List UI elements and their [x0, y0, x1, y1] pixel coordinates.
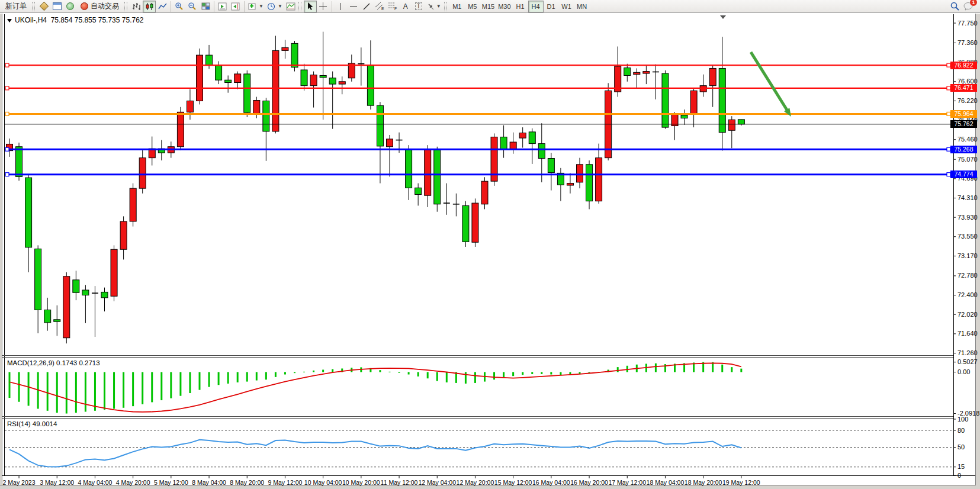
- text-button[interactable]: A: [399, 1, 412, 12]
- timeframe-h1-button[interactable]: H1: [513, 1, 528, 12]
- candle-body: [377, 105, 383, 146]
- zoom-in-icon: [175, 2, 184, 11]
- rsi-scale-label: 50: [957, 443, 965, 451]
- macd-histogram-bar: [227, 372, 229, 384]
- chart-shift-button[interactable]: [229, 1, 242, 12]
- macd-histogram-bar: [47, 372, 49, 411]
- timeframe-d1-button[interactable]: D1: [544, 1, 559, 12]
- timeframe-m5-button[interactable]: M5: [465, 1, 480, 12]
- macd-histogram-bar: [218, 372, 220, 385]
- cursor-button[interactable]: [304, 1, 317, 12]
- candle-body: [16, 147, 23, 177]
- data-window-button[interactable]: [50, 1, 63, 12]
- arrows-icon: [427, 2, 435, 11]
- line-chart-button[interactable]: [156, 1, 169, 12]
- text-icon: A: [403, 2, 408, 11]
- macd-histogram-bar: [655, 363, 657, 372]
- toolbar-grip[interactable]: [444, 2, 447, 11]
- macd-histogram-bar: [522, 372, 523, 375]
- price-badge-75.762: 75.762: [950, 120, 977, 128]
- charts-profile-button[interactable]: [37, 1, 50, 12]
- channel-button[interactable]: E: [373, 1, 386, 12]
- macd-histogram-bar: [493, 372, 495, 380]
- candle-doji: [444, 202, 450, 204]
- line-anchor[interactable]: [5, 63, 9, 67]
- timeframe-m15-button[interactable]: M15: [480, 1, 496, 12]
- new-order-button[interactable]: 新订单: [1, 1, 31, 12]
- line-anchor[interactable]: [5, 173, 9, 176]
- candle-body: [567, 184, 573, 185]
- macd-histogram-bar: [465, 372, 467, 384]
- rsi-scale-label: 100: [957, 416, 968, 423]
- candle-body: [263, 101, 269, 131]
- auto-scroll-button[interactable]: [216, 1, 229, 12]
- window-edge-left: [0, 14, 2, 485]
- price-tick-label: 77.750: [957, 20, 978, 27]
- candle-body: [253, 101, 260, 114]
- toolbar-grip[interactable]: [32, 2, 35, 11]
- candle-body: [406, 149, 412, 188]
- arrows-button[interactable]: ▼: [425, 1, 443, 12]
- macd-histogram-bar: [332, 369, 333, 372]
- timeframe-m1-button[interactable]: M1: [449, 1, 465, 12]
- periods-button[interactable]: ▼: [265, 1, 284, 12]
- crosshair-button[interactable]: [317, 1, 330, 12]
- vertical-line-button[interactable]: [334, 1, 347, 12]
- candle-body: [538, 144, 545, 159]
- candle-body: [310, 75, 317, 86]
- symbol-dropdown-icon[interactable]: [7, 19, 12, 22]
- macd-histogram-bar: [94, 372, 96, 411]
- candle-body: [596, 158, 602, 201]
- macd-histogram-bar: [113, 372, 115, 409]
- trend-arrow-annotation[interactable]: [751, 52, 788, 111]
- chat-button[interactable]: 1: [962, 1, 975, 12]
- candle-body: [519, 133, 526, 139]
- data-window-icon: [53, 2, 62, 10]
- chart-area[interactable]: UKOil-,H4 75.854 75.855 75.735 75.762 MA…: [0, 14, 980, 489]
- line-anchor[interactable]: [5, 112, 9, 115]
- timeframe-h4-button[interactable]: H4: [528, 1, 544, 12]
- chat-notification-badge: 1: [970, 0, 977, 6]
- zoom-out-button[interactable]: [186, 1, 199, 12]
- indicators-button[interactable]: ▼: [246, 1, 265, 12]
- macd-histogram-bar: [541, 372, 542, 374]
- timeframe-mn-button[interactable]: MN: [574, 1, 590, 12]
- chart-canvas[interactable]: [0, 14, 980, 489]
- line-anchor[interactable]: [5, 147, 9, 151]
- candle-body: [225, 80, 232, 82]
- macd-histogram-bar: [151, 372, 153, 403]
- chart-shift-marker[interactable]: [720, 15, 726, 19]
- templates-button[interactable]: [284, 1, 297, 12]
- autotrade-icon: [81, 2, 88, 10]
- crosshair-icon: [319, 2, 327, 11]
- trendline-icon: [362, 2, 371, 11]
- candle-body: [415, 188, 422, 194]
- macd-histogram-bar: [9, 372, 11, 398]
- toolbar-grip[interactable]: [124, 2, 127, 11]
- price-badge-76.922: 76.922: [950, 62, 977, 69]
- fibonacci-button[interactable]: F: [386, 1, 399, 12]
- macd-histogram-bar: [18, 372, 20, 402]
- macd-histogram-bar: [75, 372, 77, 413]
- macd-histogram-bar: [417, 372, 419, 377]
- zoom-in-button[interactable]: [173, 1, 186, 12]
- search-button[interactable]: [948, 1, 962, 12]
- candle-body: [472, 203, 478, 242]
- tile-windows-button[interactable]: [199, 1, 212, 12]
- bar-chart-button[interactable]: [130, 1, 143, 12]
- candlestick-chart-button[interactable]: [143, 1, 156, 12]
- macd-label: MACD(12,26,9) 0.1743 0.2713: [7, 359, 100, 366]
- macd-histogram-bar: [28, 372, 30, 406]
- text-label-button[interactable]: T: [412, 1, 425, 12]
- candle-body: [481, 181, 488, 204]
- macd-histogram-bar: [256, 372, 258, 381]
- line-anchor[interactable]: [5, 86, 9, 90]
- timeframe-w1-button[interactable]: W1: [559, 1, 574, 12]
- trendline-button[interactable]: [360, 1, 373, 12]
- autotrade-button[interactable]: 自动交易: [76, 1, 123, 12]
- rsi-scale-label: 0: [957, 472, 961, 479]
- toolbar-grip[interactable]: [298, 2, 301, 11]
- horizontal-line-button[interactable]: [347, 1, 360, 12]
- market-sonar-button[interactable]: [63, 1, 76, 12]
- timeframe-m30-button[interactable]: M30: [496, 1, 512, 12]
